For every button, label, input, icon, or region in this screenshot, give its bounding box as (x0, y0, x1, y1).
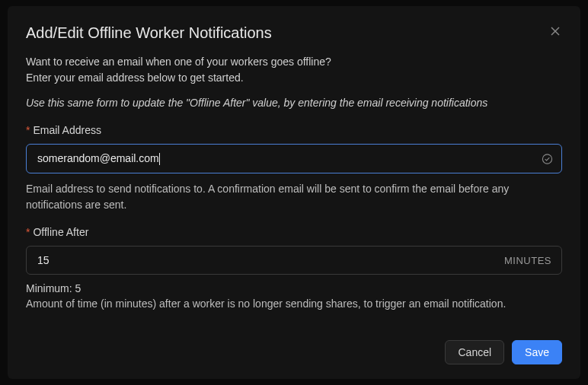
email-field[interactable]: somerandom@email.com (26, 144, 562, 173)
email-label: *Email Address (26, 124, 562, 136)
check-circle-icon (542, 153, 553, 164)
description-line-2: Enter your email address below to get st… (26, 70, 562, 86)
offline-after-label: *Offline After (26, 226, 562, 238)
description-line-1: Want to receive an email when one of you… (26, 54, 562, 70)
offline-after-input-wrap: MINUTES (26, 246, 562, 275)
offline-notifications-modal: Add/Edit Offline Worker Notifications Wa… (8, 6, 580, 379)
svg-point-2 (542, 154, 551, 164)
text-caret (159, 153, 160, 165)
modal-header: Add/Edit Offline Worker Notifications (26, 24, 562, 42)
close-icon (550, 27, 561, 39)
save-button[interactable]: Save (512, 340, 562, 364)
offline-after-label-text: Offline After (33, 226, 88, 238)
email-help-text: Email address to send notifications to. … (26, 181, 562, 212)
modal-title: Add/Edit Offline Worker Notifications (26, 24, 272, 42)
email-label-text: Email Address (33, 124, 101, 136)
cancel-button[interactable]: Cancel (445, 340, 504, 364)
modal-description: Want to receive an email when one of you… (26, 54, 562, 86)
minimum-label: Minimum: 5 (26, 282, 562, 294)
offline-after-unit: MINUTES (504, 254, 551, 266)
close-button[interactable] (548, 24, 562, 40)
email-input-wrap: somerandom@email.com (26, 144, 562, 173)
offline-after-field[interactable] (26, 246, 562, 275)
required-star-icon: * (26, 226, 30, 238)
offline-after-form-group: *Offline After MINUTES Minimum: 5 Amount… (26, 226, 562, 311)
offline-after-help-text: Amount of time (in minutes) after a work… (26, 296, 562, 311)
description-italic: Use this same form to update the "Offlin… (26, 97, 562, 109)
modal-footer: Cancel Save (26, 325, 562, 364)
required-star-icon: * (26, 124, 30, 136)
email-form-group: *Email Address somerandom@email.com Emai… (26, 124, 562, 212)
email-value: somerandom@email.com (37, 152, 159, 164)
